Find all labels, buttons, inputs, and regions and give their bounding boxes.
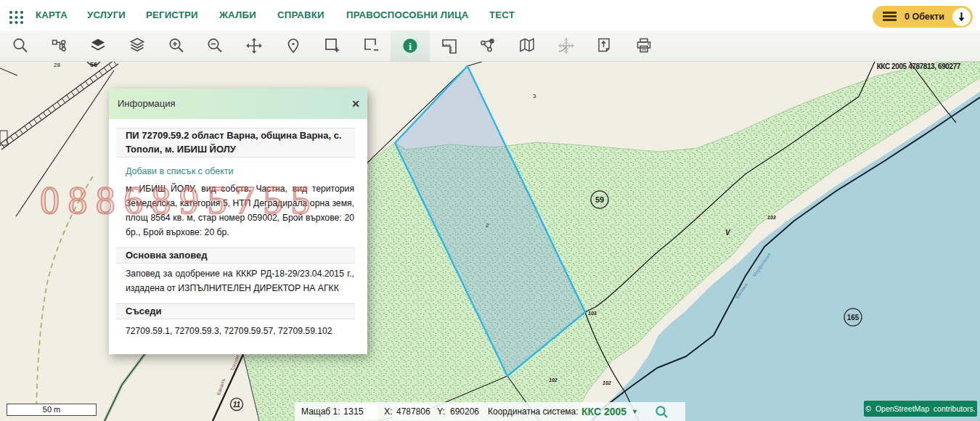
svg-text:11: 11: [233, 401, 241, 409]
svg-text:28: 28: [54, 62, 60, 68]
svg-text:56: 56: [90, 61, 97, 68]
svg-text:i: i: [409, 41, 412, 52]
svg-text:103: 103: [767, 215, 776, 220]
svg-text:59: 59: [595, 195, 604, 204]
svg-text:3: 3: [533, 93, 536, 99]
svg-text:2: 2: [485, 222, 489, 229]
svg-text:165: 165: [847, 314, 859, 322]
svg-text:102: 102: [549, 377, 558, 383]
svg-text:103: 103: [588, 311, 597, 316]
svg-text:102: 102: [603, 380, 611, 385]
